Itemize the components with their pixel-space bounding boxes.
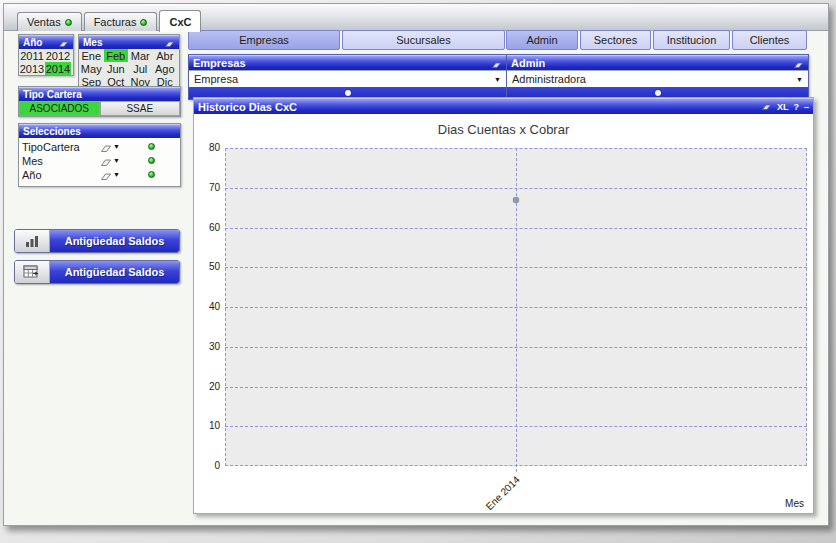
eraser-icon[interactable] <box>761 103 772 111</box>
tab-ventas[interactable]: Ventas <box>17 12 82 31</box>
gridline-v <box>225 148 226 466</box>
minimize-button[interactable]: – <box>804 102 809 112</box>
chevron-down-icon[interactable]: ▼ <box>113 157 120 164</box>
chart-window: Historico Dias CxC XL ? – Dias Cuentas x… <box>193 97 814 514</box>
nav-button-institucion[interactable]: Institucion <box>653 30 730 50</box>
year-value[interactable]: 2011 <box>19 49 45 62</box>
month-listbox-caption[interactable]: Mes <box>79 35 179 49</box>
nav-button-empresas[interactable]: Empresas <box>188 30 340 50</box>
month-value[interactable]: Jun <box>104 62 129 75</box>
export-excel-button[interactable]: XL <box>777 102 789 112</box>
chart-title: Dias Cuentas x Cobrar <box>194 122 813 137</box>
tipo-cartera-box: Tipo Cartera ASOCIADOSSSAE <box>18 86 181 117</box>
scrollbar-thumb[interactable] <box>655 90 661 96</box>
empresa-value: Empresa <box>194 73 238 85</box>
year-listbox: Año 2011201220132014 <box>18 34 74 76</box>
help-button[interactable]: ? <box>793 102 799 112</box>
selections-title: Selecciones <box>23 126 81 137</box>
y-tick-label: 60 <box>194 222 220 233</box>
application-window: VentasFacturasCxC Año 2011201220132014 M… <box>0 0 836 543</box>
chart-caption: Historico Dias CxC <box>198 101 297 113</box>
year-values: 2011201220132014 <box>19 49 73 75</box>
x-tick-label: Ene 2014 <box>483 474 522 513</box>
eraser-icon[interactable] <box>491 59 502 67</box>
tab-label: Facturas <box>94 16 137 28</box>
month-title: Mes <box>83 37 102 48</box>
green-status-icon <box>65 19 72 26</box>
selection-field-label: TipoCartera <box>22 141 100 153</box>
year-value[interactable]: 2012 <box>45 49 71 62</box>
plot-area <box>225 148 807 466</box>
nav-button-sectores[interactable]: Sectores <box>580 30 651 50</box>
gridline-v <box>806 148 807 466</box>
eraser-icon[interactable] <box>793 59 804 67</box>
tipo-option-ssae[interactable]: SSAE <box>100 101 181 116</box>
month-value[interactable]: Ago <box>153 62 178 75</box>
year-listbox-caption[interactable]: Año <box>19 35 73 49</box>
month-value[interactable]: Jul <box>128 62 153 75</box>
month-row: EneFebMarAbr <box>79 49 179 62</box>
admin-value-row[interactable]: Administradora ▼ <box>507 70 808 87</box>
eraser-icon[interactable] <box>100 157 111 165</box>
month-value[interactable]: May <box>79 62 104 75</box>
tab-cxc[interactable]: CxC <box>159 10 201 32</box>
nav-button-clientes[interactable]: Clientes <box>732 30 807 50</box>
dashboard-window: VentasFacturasCxC Año 2011201220132014 M… <box>3 3 829 526</box>
nav-button-sucursales[interactable]: Sucursales <box>342 30 505 50</box>
month-value[interactable]: Feb <box>104 49 129 62</box>
x-axis-title: Mes <box>785 498 804 509</box>
eraser-icon[interactable] <box>100 143 111 151</box>
y-tick-label: 80 <box>194 142 220 153</box>
antiguedad-saldos-chart-button[interactable]: Antigüedad Saldos <box>14 229 180 253</box>
chevron-down-icon[interactable]: ▼ <box>113 143 120 150</box>
data-point[interactable] <box>513 197 519 203</box>
month-value[interactable]: Ene <box>79 49 104 62</box>
month-value[interactable]: Mar <box>128 49 153 62</box>
chevron-down-icon: ▼ <box>494 76 501 83</box>
bar-chart-icon <box>15 230 50 252</box>
selection-field-label: Mes <box>22 155 100 167</box>
chevron-down-icon: ▼ <box>796 76 803 83</box>
chart-caption-bar[interactable]: Historico Dias CxC XL ? – <box>194 98 813 114</box>
tab-facturas[interactable]: Facturas <box>84 12 158 31</box>
admin-listbox-title: Admin <box>511 57 545 69</box>
nav-button-admin[interactable]: Admin <box>506 30 578 50</box>
chevron-down-icon[interactable]: ▼ <box>113 171 120 178</box>
y-tick-label: 70 <box>194 182 220 193</box>
year-value[interactable]: 2014 <box>45 62 71 75</box>
month-values: EneFebMarAbrMayJunJulAgoSepOctNovDic <box>79 49 179 88</box>
tipo-cartera-options: ASOCIADOSSSAE <box>19 101 180 116</box>
antiguedad-saldos-table-button[interactable]: Antigüedad Saldos <box>14 260 180 284</box>
empresa-value-row[interactable]: Empresa ▼ <box>189 70 506 87</box>
eraser-icon[interactable] <box>164 39 175 47</box>
y-tick-label: 0 <box>194 460 220 471</box>
green-status-icon <box>140 19 147 26</box>
month-value[interactable]: Abr <box>153 49 178 62</box>
admin-listbox-caption[interactable]: Admin <box>507 55 808 70</box>
y-tick-label: 30 <box>194 341 220 352</box>
eraser-icon[interactable] <box>58 39 69 47</box>
empresas-listbox: Empresas Empresa ▼ <box>188 54 507 100</box>
empresas-listbox-caption[interactable]: Empresas <box>189 55 506 70</box>
eraser-icon[interactable] <box>100 171 111 179</box>
year-row: 20132014 <box>19 62 73 75</box>
green-status-icon <box>148 171 155 178</box>
tab-label: CxC <box>169 16 191 28</box>
admin-value: Administradora <box>512 73 586 85</box>
tab-bar: VentasFacturasCxC <box>17 10 201 31</box>
green-status-icon <box>148 157 155 164</box>
button-label: Antigüedad Saldos <box>50 230 179 252</box>
tipo-cartera-title: Tipo Cartera <box>23 89 82 100</box>
tab-label: Ventas <box>27 16 61 28</box>
year-value[interactable]: 2013 <box>19 62 45 75</box>
current-selections-box: Selecciones TipoCartera▼Mes▼Año▼ <box>18 123 181 187</box>
scrollbar-thumb[interactable] <box>345 90 351 96</box>
chart-body: Dias Cuentas x Cobrar 01020304050607080 … <box>194 114 813 512</box>
chart-caption-icons: XL ? – <box>761 102 809 112</box>
selections-body: TipoCartera▼Mes▼Año▼ <box>19 138 180 186</box>
year-row: 20112012 <box>19 49 73 62</box>
month-listbox: Mes EneFebMarAbrMayJunJulAgoSepOctNovDic <box>78 34 180 89</box>
year-title: Año <box>23 37 42 48</box>
tipo-option-asociados[interactable]: ASOCIADOS <box>19 101 100 116</box>
button-label: Antigüedad Saldos <box>50 261 179 283</box>
